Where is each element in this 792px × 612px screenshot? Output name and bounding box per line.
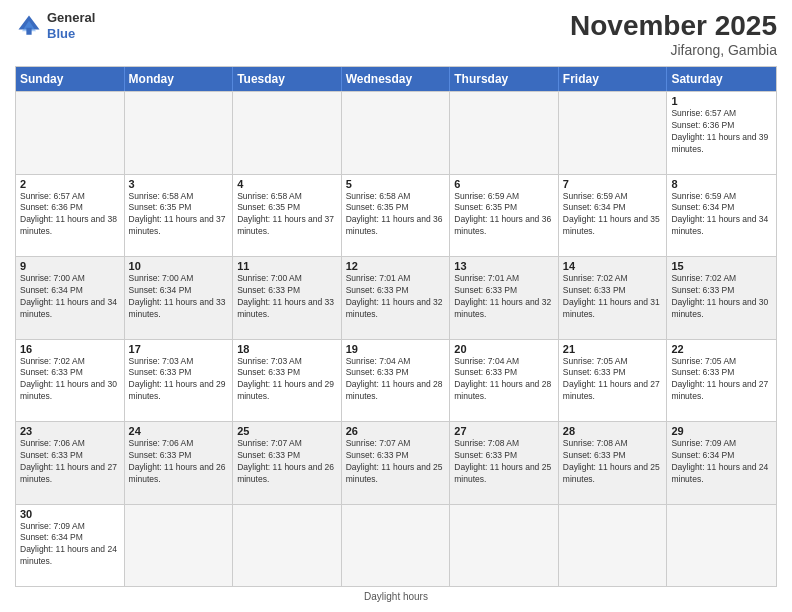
day-number: 29 xyxy=(671,425,772,437)
cell-info: Sunrise: 7:06 AMSunset: 6:33 PMDaylight:… xyxy=(20,438,120,486)
calendar-row-1: 2Sunrise: 6:57 AMSunset: 6:36 PMDaylight… xyxy=(16,174,776,257)
header-day-thursday: Thursday xyxy=(450,67,559,91)
cell-info: Sunrise: 7:09 AMSunset: 6:34 PMDaylight:… xyxy=(671,438,772,486)
calendar-cell: 14Sunrise: 7:02 AMSunset: 6:33 PMDayligh… xyxy=(559,257,668,339)
page: General Blue November 2025 Jifarong, Gam… xyxy=(0,0,792,612)
day-number: 27 xyxy=(454,425,554,437)
calendar-cell: 11Sunrise: 7:00 AMSunset: 6:33 PMDayligh… xyxy=(233,257,342,339)
calendar-cell: 28Sunrise: 7:08 AMSunset: 6:33 PMDayligh… xyxy=(559,422,668,504)
day-number: 18 xyxy=(237,343,337,355)
calendar-cell: 29Sunrise: 7:09 AMSunset: 6:34 PMDayligh… xyxy=(667,422,776,504)
calendar-cell: 5Sunrise: 6:58 AMSunset: 6:35 PMDaylight… xyxy=(342,175,451,257)
location: Jifarong, Gambia xyxy=(570,42,777,58)
day-number: 16 xyxy=(20,343,120,355)
header-day-monday: Monday xyxy=(125,67,234,91)
day-number: 20 xyxy=(454,343,554,355)
cell-info: Sunrise: 7:06 AMSunset: 6:33 PMDaylight:… xyxy=(129,438,229,486)
day-number: 23 xyxy=(20,425,120,437)
logo: General Blue xyxy=(15,10,95,41)
day-number: 13 xyxy=(454,260,554,272)
day-number: 11 xyxy=(237,260,337,272)
calendar-cell xyxy=(342,505,451,587)
header-day-sunday: Sunday xyxy=(16,67,125,91)
cell-info: Sunrise: 7:02 AMSunset: 6:33 PMDaylight:… xyxy=(671,273,772,321)
calendar-cell: 8Sunrise: 6:59 AMSunset: 6:34 PMDaylight… xyxy=(667,175,776,257)
cell-info: Sunrise: 7:04 AMSunset: 6:33 PMDaylight:… xyxy=(454,356,554,404)
calendar-cell xyxy=(342,92,451,174)
day-number: 9 xyxy=(20,260,120,272)
title-block: November 2025 Jifarong, Gambia xyxy=(570,10,777,58)
cell-info: Sunrise: 7:02 AMSunset: 6:33 PMDaylight:… xyxy=(20,356,120,404)
calendar-cell: 25Sunrise: 7:07 AMSunset: 6:33 PMDayligh… xyxy=(233,422,342,504)
day-number: 6 xyxy=(454,178,554,190)
calendar-cell: 12Sunrise: 7:01 AMSunset: 6:33 PMDayligh… xyxy=(342,257,451,339)
calendar-row-3: 16Sunrise: 7:02 AMSunset: 6:33 PMDayligh… xyxy=(16,339,776,422)
calendar-cell: 10Sunrise: 7:00 AMSunset: 6:34 PMDayligh… xyxy=(125,257,234,339)
logo-text: General Blue xyxy=(47,10,95,41)
day-number: 19 xyxy=(346,343,446,355)
svg-rect-3 xyxy=(26,27,31,34)
logo-line1: General xyxy=(47,10,95,25)
cell-info: Sunrise: 7:01 AMSunset: 6:33 PMDaylight:… xyxy=(346,273,446,321)
calendar-cell xyxy=(125,92,234,174)
cell-info: Sunrise: 7:03 AMSunset: 6:33 PMDaylight:… xyxy=(237,356,337,404)
day-number: 28 xyxy=(563,425,663,437)
calendar-row-5: 30Sunrise: 7:09 AMSunset: 6:34 PMDayligh… xyxy=(16,504,776,587)
cell-info: Sunrise: 7:07 AMSunset: 6:33 PMDaylight:… xyxy=(237,438,337,486)
calendar-cell: 17Sunrise: 7:03 AMSunset: 6:33 PMDayligh… xyxy=(125,340,234,422)
cell-info: Sunrise: 7:04 AMSunset: 6:33 PMDaylight:… xyxy=(346,356,446,404)
calendar-cell: 23Sunrise: 7:06 AMSunset: 6:33 PMDayligh… xyxy=(16,422,125,504)
cell-info: Sunrise: 6:57 AMSunset: 6:36 PMDaylight:… xyxy=(20,191,120,239)
day-number: 4 xyxy=(237,178,337,190)
calendar-cell xyxy=(233,92,342,174)
calendar-cell: 21Sunrise: 7:05 AMSunset: 6:33 PMDayligh… xyxy=(559,340,668,422)
cell-info: Sunrise: 7:03 AMSunset: 6:33 PMDaylight:… xyxy=(129,356,229,404)
calendar-cell xyxy=(16,92,125,174)
cell-info: Sunrise: 7:08 AMSunset: 6:33 PMDaylight:… xyxy=(454,438,554,486)
day-number: 3 xyxy=(129,178,229,190)
cell-info: Sunrise: 7:00 AMSunset: 6:33 PMDaylight:… xyxy=(237,273,337,321)
header-day-wednesday: Wednesday xyxy=(342,67,451,91)
cell-info: Sunrise: 7:08 AMSunset: 6:33 PMDaylight:… xyxy=(563,438,663,486)
calendar-cell: 6Sunrise: 6:59 AMSunset: 6:35 PMDaylight… xyxy=(450,175,559,257)
header-day-tuesday: Tuesday xyxy=(233,67,342,91)
cell-info: Sunrise: 7:09 AMSunset: 6:34 PMDaylight:… xyxy=(20,521,120,569)
day-number: 1 xyxy=(671,95,772,107)
calendar-cell: 9Sunrise: 7:00 AMSunset: 6:34 PMDaylight… xyxy=(16,257,125,339)
calendar-cell: 3Sunrise: 6:58 AMSunset: 6:35 PMDaylight… xyxy=(125,175,234,257)
logo-line2: Blue xyxy=(47,26,95,42)
day-number: 30 xyxy=(20,508,120,520)
calendar-row-2: 9Sunrise: 7:00 AMSunset: 6:34 PMDaylight… xyxy=(16,256,776,339)
logo-icon xyxy=(15,12,43,40)
footer-note: Daylight hours xyxy=(15,591,777,602)
calendar-cell: 24Sunrise: 7:06 AMSunset: 6:33 PMDayligh… xyxy=(125,422,234,504)
calendar-cell xyxy=(125,505,234,587)
day-number: 12 xyxy=(346,260,446,272)
cell-info: Sunrise: 7:07 AMSunset: 6:33 PMDaylight:… xyxy=(346,438,446,486)
day-number: 24 xyxy=(129,425,229,437)
day-number: 17 xyxy=(129,343,229,355)
calendar-cell: 4Sunrise: 6:58 AMSunset: 6:35 PMDaylight… xyxy=(233,175,342,257)
cell-info: Sunrise: 6:57 AMSunset: 6:36 PMDaylight:… xyxy=(671,108,772,156)
cell-info: Sunrise: 6:59 AMSunset: 6:35 PMDaylight:… xyxy=(454,191,554,239)
cell-info: Sunrise: 7:00 AMSunset: 6:34 PMDaylight:… xyxy=(20,273,120,321)
day-number: 10 xyxy=(129,260,229,272)
cell-info: Sunrise: 7:05 AMSunset: 6:33 PMDaylight:… xyxy=(563,356,663,404)
calendar-cell: 19Sunrise: 7:04 AMSunset: 6:33 PMDayligh… xyxy=(342,340,451,422)
calendar-cell xyxy=(559,92,668,174)
header-day-friday: Friday xyxy=(559,67,668,91)
calendar-cell xyxy=(450,505,559,587)
day-number: 21 xyxy=(563,343,663,355)
calendar-cell xyxy=(667,505,776,587)
calendar-cell xyxy=(559,505,668,587)
day-number: 22 xyxy=(671,343,772,355)
calendar-cell: 2Sunrise: 6:57 AMSunset: 6:36 PMDaylight… xyxy=(16,175,125,257)
calendar-cell: 1Sunrise: 6:57 AMSunset: 6:36 PMDaylight… xyxy=(667,92,776,174)
cell-info: Sunrise: 6:59 AMSunset: 6:34 PMDaylight:… xyxy=(563,191,663,239)
cell-info: Sunrise: 7:01 AMSunset: 6:33 PMDaylight:… xyxy=(454,273,554,321)
cell-info: Sunrise: 7:02 AMSunset: 6:33 PMDaylight:… xyxy=(563,273,663,321)
calendar-cell xyxy=(450,92,559,174)
calendar-cell: 22Sunrise: 7:05 AMSunset: 6:33 PMDayligh… xyxy=(667,340,776,422)
calendar-header: SundayMondayTuesdayWednesdayThursdayFrid… xyxy=(16,67,776,91)
day-number: 8 xyxy=(671,178,772,190)
